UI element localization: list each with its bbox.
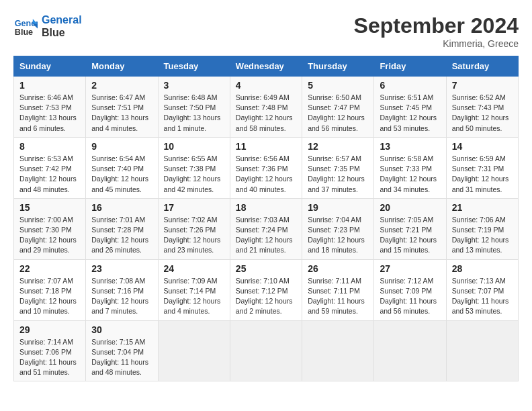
day-number: 2 [91, 80, 152, 91]
weekday-header-monday: Monday [86, 56, 158, 77]
weekday-header-sunday: Sunday [14, 56, 86, 77]
day-number: 6 [380, 80, 440, 91]
calendar-cell: 29Sunrise: 7:14 AM Sunset: 7:06 PM Dayli… [14, 320, 86, 381]
calendar-title-area: September 2024 Kimmeria, Greece [354, 13, 519, 49]
day-number: 4 [236, 80, 296, 91]
calendar-cell: 30Sunrise: 7:15 AM Sunset: 7:04 PM Dayli… [86, 320, 158, 381]
page-header: General Blue General Blue September 2024… [13, 13, 519, 49]
calendar-cell: 28Sunrise: 7:13 AM Sunset: 7:07 PM Dayli… [446, 259, 518, 320]
weekday-header-saturday: Saturday [446, 56, 518, 77]
day-info: Sunrise: 6:46 AM Sunset: 7:53 PM Dayligh… [19, 93, 80, 134]
calendar-cell: 20Sunrise: 7:05 AM Sunset: 7:21 PM Dayli… [374, 198, 446, 259]
day-number: 1 [19, 80, 80, 91]
calendar-cell: 19Sunrise: 7:04 AM Sunset: 7:23 PM Dayli… [302, 198, 374, 259]
day-info: Sunrise: 6:55 AM Sunset: 7:38 PM Dayligh… [164, 154, 224, 195]
calendar-cell: 8Sunrise: 6:53 AM Sunset: 7:42 PM Daylig… [14, 137, 86, 198]
weekday-header-friday: Friday [374, 56, 446, 77]
day-info: Sunrise: 6:54 AM Sunset: 7:40 PM Dayligh… [91, 154, 152, 195]
calendar-cell: 6Sunrise: 6:51 AM Sunset: 7:45 PM Daylig… [374, 77, 446, 138]
calendar-cell: 11Sunrise: 6:56 AM Sunset: 7:36 PM Dayli… [230, 137, 302, 198]
day-number: 7 [452, 80, 513, 91]
day-number: 22 [19, 263, 80, 274]
calendar-cell: 3Sunrise: 6:48 AM Sunset: 7:50 PM Daylig… [158, 77, 230, 138]
calendar-cell: 24Sunrise: 7:09 AM Sunset: 7:14 PM Dayli… [158, 259, 230, 320]
day-info: Sunrise: 7:01 AM Sunset: 7:28 PM Dayligh… [91, 215, 152, 256]
day-number: 18 [236, 202, 296, 213]
day-number: 21 [452, 202, 513, 213]
day-info: Sunrise: 6:47 AM Sunset: 7:51 PM Dayligh… [91, 93, 152, 134]
calendar-cell: 2Sunrise: 6:47 AM Sunset: 7:51 PM Daylig… [86, 77, 158, 138]
calendar-week-4: 22Sunrise: 7:07 AM Sunset: 7:18 PM Dayli… [14, 259, 519, 320]
day-number: 5 [308, 80, 368, 91]
logo-text-blue: Blue [42, 26, 82, 39]
calendar-cell: 7Sunrise: 6:52 AM Sunset: 7:43 PM Daylig… [446, 77, 518, 138]
day-info: Sunrise: 7:06 AM Sunset: 7:19 PM Dayligh… [452, 215, 513, 256]
calendar-cell: 5Sunrise: 6:50 AM Sunset: 7:47 PM Daylig… [302, 77, 374, 138]
calendar-cell: 23Sunrise: 7:08 AM Sunset: 7:16 PM Dayli… [86, 259, 158, 320]
day-number: 24 [164, 263, 224, 274]
calendar-cell: 12Sunrise: 6:57 AM Sunset: 7:35 PM Dayli… [302, 137, 374, 198]
day-info: Sunrise: 7:02 AM Sunset: 7:26 PM Dayligh… [164, 215, 224, 256]
day-info: Sunrise: 6:59 AM Sunset: 7:31 PM Dayligh… [452, 154, 513, 195]
calendar-cell: 10Sunrise: 6:55 AM Sunset: 7:38 PM Dayli… [158, 137, 230, 198]
day-number: 3 [164, 80, 224, 91]
day-info: Sunrise: 7:09 AM Sunset: 7:14 PM Dayligh… [164, 276, 224, 317]
day-info: Sunrise: 7:04 AM Sunset: 7:23 PM Dayligh… [308, 215, 368, 256]
calendar-cell [230, 320, 302, 381]
day-info: Sunrise: 6:51 AM Sunset: 7:45 PM Dayligh… [380, 93, 440, 134]
day-info: Sunrise: 7:11 AM Sunset: 7:11 PM Dayligh… [308, 276, 368, 317]
day-info: Sunrise: 6:50 AM Sunset: 7:47 PM Dayligh… [308, 93, 368, 134]
calendar-table: SundayMondayTuesdayWednesdayThursdayFrid… [13, 56, 519, 381]
calendar-cell: 15Sunrise: 7:00 AM Sunset: 7:30 PM Dayli… [14, 198, 86, 259]
day-number: 8 [19, 141, 80, 152]
day-info: Sunrise: 6:49 AM Sunset: 7:48 PM Dayligh… [236, 93, 296, 134]
day-number: 17 [164, 202, 224, 213]
calendar-week-2: 8Sunrise: 6:53 AM Sunset: 7:42 PM Daylig… [14, 137, 519, 198]
day-number: 29 [19, 324, 80, 335]
day-info: Sunrise: 7:03 AM Sunset: 7:24 PM Dayligh… [236, 215, 296, 256]
day-info: Sunrise: 6:52 AM Sunset: 7:43 PM Dayligh… [452, 93, 513, 134]
day-info: Sunrise: 7:15 AM Sunset: 7:04 PM Dayligh… [91, 337, 152, 378]
day-info: Sunrise: 6:56 AM Sunset: 7:36 PM Dayligh… [236, 154, 296, 195]
day-info: Sunrise: 6:53 AM Sunset: 7:42 PM Dayligh… [19, 154, 80, 195]
day-info: Sunrise: 6:48 AM Sunset: 7:50 PM Dayligh… [164, 93, 224, 134]
calendar-cell: 16Sunrise: 7:01 AM Sunset: 7:28 PM Dayli… [86, 198, 158, 259]
svg-text:Blue: Blue [15, 28, 33, 37]
day-info: Sunrise: 6:58 AM Sunset: 7:33 PM Dayligh… [380, 154, 440, 195]
day-number: 23 [91, 263, 152, 274]
day-number: 26 [308, 263, 368, 274]
day-number: 11 [236, 141, 296, 152]
day-info: Sunrise: 7:10 AM Sunset: 7:12 PM Dayligh… [236, 276, 296, 317]
calendar-cell: 13Sunrise: 6:58 AM Sunset: 7:33 PM Dayli… [374, 137, 446, 198]
calendar-cell: 21Sunrise: 7:06 AM Sunset: 7:19 PM Dayli… [446, 198, 518, 259]
day-info: Sunrise: 7:13 AM Sunset: 7:07 PM Dayligh… [452, 276, 513, 317]
calendar-header-row: SundayMondayTuesdayWednesdayThursdayFrid… [14, 56, 519, 77]
calendar-week-1: 1Sunrise: 6:46 AM Sunset: 7:53 PM Daylig… [14, 77, 519, 138]
calendar-cell: 27Sunrise: 7:12 AM Sunset: 7:09 PM Dayli… [374, 259, 446, 320]
day-number: 25 [236, 263, 296, 274]
day-number: 19 [308, 202, 368, 213]
calendar-cell: 9Sunrise: 6:54 AM Sunset: 7:40 PM Daylig… [86, 137, 158, 198]
weekday-header-wednesday: Wednesday [230, 56, 302, 77]
calendar-cell [158, 320, 230, 381]
calendar-cell: 18Sunrise: 7:03 AM Sunset: 7:24 PM Dayli… [230, 198, 302, 259]
calendar-cell: 4Sunrise: 6:49 AM Sunset: 7:48 PM Daylig… [230, 77, 302, 138]
calendar-cell: 26Sunrise: 7:11 AM Sunset: 7:11 PM Dayli… [302, 259, 374, 320]
day-number: 12 [308, 141, 368, 152]
day-info: Sunrise: 7:14 AM Sunset: 7:06 PM Dayligh… [19, 337, 80, 378]
day-number: 16 [91, 202, 152, 213]
weekday-header-tuesday: Tuesday [158, 56, 230, 77]
day-number: 9 [91, 141, 152, 152]
day-number: 27 [380, 263, 440, 274]
calendar-cell: 25Sunrise: 7:10 AM Sunset: 7:12 PM Dayli… [230, 259, 302, 320]
day-info: Sunrise: 7:05 AM Sunset: 7:21 PM Dayligh… [380, 215, 440, 256]
weekday-header-thursday: Thursday [302, 56, 374, 77]
day-info: Sunrise: 7:07 AM Sunset: 7:18 PM Dayligh… [19, 276, 80, 317]
day-number: 14 [452, 141, 513, 152]
day-number: 28 [452, 263, 513, 274]
calendar-cell [446, 320, 518, 381]
month-title: September 2024 [354, 13, 519, 38]
location: Kimmeria, Greece [354, 38, 519, 49]
day-number: 20 [380, 202, 440, 213]
day-info: Sunrise: 7:00 AM Sunset: 7:30 PM Dayligh… [19, 215, 80, 256]
